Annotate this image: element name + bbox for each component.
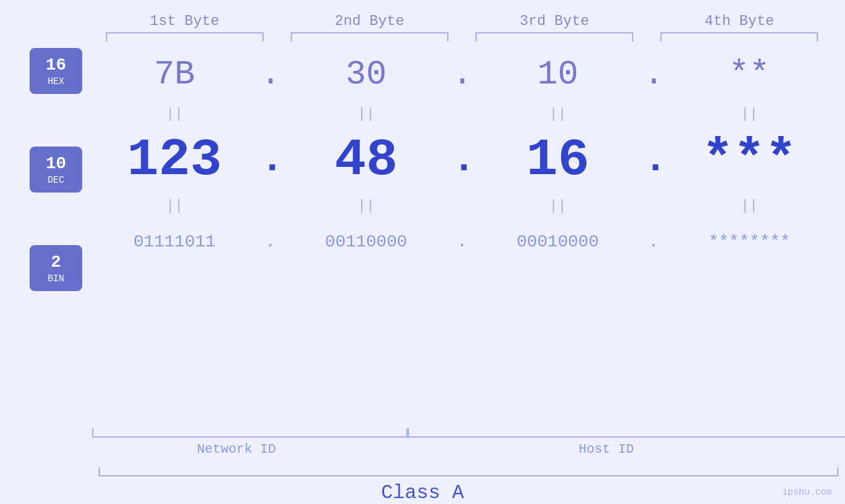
values-area: 7B . 30 . 10 . ** || || || || 123: [92, 48, 845, 265]
byte2-header: 2nd Byte: [291, 13, 448, 30]
bin-badge: 2 BIN: [30, 245, 82, 291]
eq2-b1: ||: [95, 198, 253, 214]
bracket-1: [106, 32, 264, 41]
watermark: ipshu.com: [782, 487, 832, 497]
bracket-2: [291, 32, 448, 41]
eq1-b4: ||: [671, 106, 829, 122]
hex-dot1: .: [260, 55, 280, 94]
eq1-b2: ||: [287, 106, 445, 122]
dec-b3: 16: [479, 130, 637, 190]
byte3-header: 3rd Byte: [475, 13, 633, 30]
hex-dot3: .: [644, 55, 664, 94]
bracket-3: [475, 32, 633, 41]
bin-label: BIN: [47, 273, 64, 284]
byte-headers: 1st Byte 2nd Byte 3rd Byte 4th Byte: [0, 13, 845, 30]
hex-b1: 7B: [95, 55, 253, 94]
dec-number: 10: [45, 154, 66, 174]
eq2-b2: ||: [287, 198, 445, 214]
dec-b1: 123: [95, 130, 253, 190]
network-bracket: [92, 428, 408, 438]
byte1-header: 1st Byte: [106, 13, 264, 30]
bin-dot2: .: [452, 232, 471, 252]
bottom-labels: Network ID Host ID: [92, 442, 832, 457]
dec-label: DEC: [47, 175, 64, 185]
dec-row: 123 . 48 . 16 . ***: [92, 127, 845, 193]
eq1-b1: ||: [95, 106, 253, 122]
host-id-label: Host ID: [381, 442, 832, 457]
bottom-brackets: [92, 428, 832, 438]
bin-b1: 01111011: [95, 232, 253, 252]
hex-b2: 30: [287, 55, 445, 94]
content-area: 16 HEX 10 DEC 2 BIN 7B . 30 . 10: [0, 48, 845, 426]
labels-col: 16 HEX 10 DEC 2 BIN: [0, 48, 92, 291]
bin-b2: 00110000: [287, 232, 445, 252]
bin-number: 2: [51, 252, 61, 273]
eq2-b3: ||: [479, 198, 637, 214]
class-bracket: [99, 467, 838, 476]
hex-dot2: .: [452, 55, 471, 94]
dec-b2: 48: [287, 130, 445, 190]
class-label: Class A: [381, 482, 464, 504]
equals-row-1: || || || ||: [92, 101, 845, 127]
hex-row: 7B . 30 . 10 . **: [92, 48, 845, 101]
hex-b3: 10: [479, 55, 637, 94]
network-bracket-group: [92, 428, 408, 438]
bottom-section: Network ID Host ID: [0, 428, 845, 457]
bin-row: 01111011 . 00110000 . 00010000 . *******…: [92, 219, 845, 265]
hex-number: 16: [45, 55, 66, 76]
hex-badge: 16 HEX: [30, 48, 82, 94]
dec-dot2: .: [452, 137, 471, 182]
bin-b4: ********: [671, 232, 829, 252]
network-id-label: Network ID: [92, 442, 381, 457]
top-bracket-row: [0, 32, 845, 41]
eq2-b4: ||: [671, 198, 829, 214]
host-bracket: [408, 428, 845, 438]
main-container: 1st Byte 2nd Byte 3rd Byte 4th Byte 16 H…: [0, 0, 845, 504]
eq1-b3: ||: [479, 106, 637, 122]
bin-b3: 00010000: [479, 232, 637, 252]
bracket-4: [660, 32, 818, 41]
dec-dot3: .: [644, 137, 664, 182]
hex-b4: **: [671, 55, 829, 94]
hex-label: HEX: [47, 76, 64, 87]
byte4-header: 4th Byte: [660, 13, 818, 30]
dec-badge: 10 DEC: [30, 147, 82, 193]
bin-dot3: .: [644, 232, 664, 252]
bin-dot1: .: [260, 232, 280, 252]
host-bracket-group: [408, 428, 845, 438]
equals-row-2: || || || ||: [92, 193, 845, 219]
dec-dot1: .: [260, 137, 280, 182]
dec-b4: ***: [671, 130, 829, 190]
